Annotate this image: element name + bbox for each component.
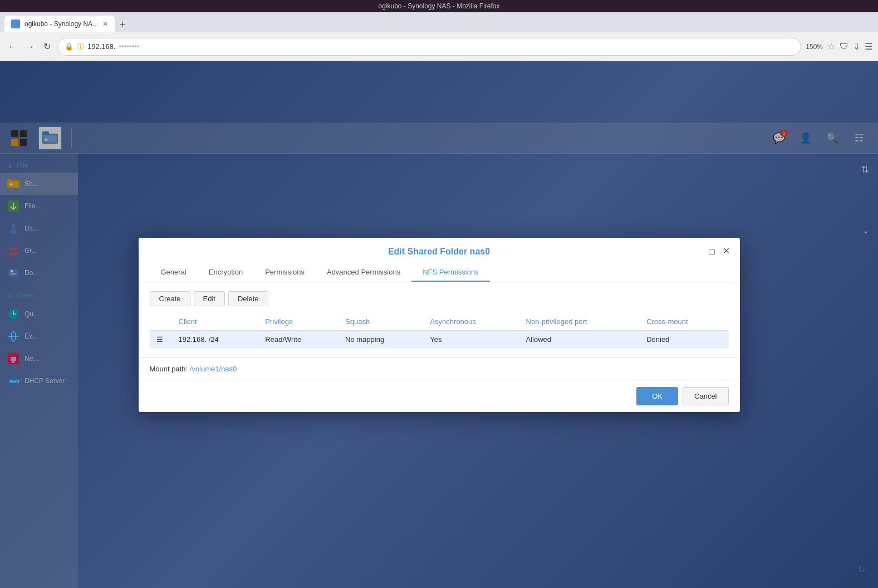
edit-shared-folder-dialog: Edit Shared Folder nas0 ▢ ✕ General Encr…	[139, 238, 740, 412]
browser-tab[interactable]: ogikubo - Synology NA... ✕	[4, 16, 115, 32]
modal-footer: OK Cancel	[139, 380, 740, 412]
maximize-button[interactable]: ▢	[705, 244, 719, 258]
new-tab-button[interactable]: +	[115, 17, 130, 32]
tab-general[interactable]: General	[150, 263, 198, 282]
mount-path-label: Mount path:	[150, 365, 188, 373]
cell-asynchronous: Yes	[423, 330, 519, 348]
zoom-level: 150%	[806, 43, 823, 51]
cell-privilege: Read/Write	[258, 330, 339, 348]
dialog-tabs: General Encryption Permissions Advanced …	[150, 263, 729, 282]
address-lock-icon: ⓘ	[77, 42, 84, 52]
security-icon: 🔒	[65, 42, 73, 51]
mount-path-row: Mount path: /volume1/nas0	[139, 357, 740, 380]
browser-tab-bar: ogikubo - Synology NA... ✕ +	[0, 12, 878, 32]
col-header-client	[150, 313, 172, 331]
modal-overlay: Edit Shared Folder nas0 ▢ ✕ General Encr…	[0, 61, 878, 588]
close-dialog-button[interactable]: ✕	[720, 244, 733, 258]
drag-handle[interactable]: ☰	[150, 330, 172, 348]
download-icon[interactable]: ⇓	[853, 41, 860, 52]
cell-non-privileged-port: Allowed	[519, 330, 640, 348]
table-row[interactable]: ☰ 192.168. /24 Read/Write No mapping Yes…	[150, 330, 729, 348]
cell-client: 192.168. /24	[172, 330, 259, 348]
ok-button[interactable]: OK	[636, 387, 678, 405]
col-header-asynchronous[interactable]: Asynchronous	[423, 313, 519, 331]
address-bar[interactable]: 🔒 ⓘ 192.168. ••••••••	[57, 38, 801, 56]
modal-title: Edit Shared Folder nas0	[150, 247, 729, 257]
close-icon: ✕	[723, 246, 730, 256]
tab-advanced-permissions[interactable]: Advanced Permissions	[316, 263, 411, 282]
col-header-client-name[interactable]: Client	[172, 313, 259, 331]
cell-cross-mount: Denied	[640, 330, 728, 348]
address-hidden: ••••••••	[119, 42, 139, 51]
browser-title: ogikubo - Synology NAS - Mozilla Firefox	[378, 2, 499, 10]
browser-toolbar: ← → ↻ 🔒 ⓘ 192.168. •••••••• 150% ☆ 🛡 ⇓ ☰	[0, 32, 878, 61]
menu-icon[interactable]: ☰	[865, 41, 872, 52]
tab-label: ogikubo - Synology NA...	[24, 20, 98, 28]
tab-permissions[interactable]: Permissions	[254, 263, 316, 282]
create-button[interactable]: Create	[150, 291, 190, 306]
maximize-icon: ▢	[708, 247, 715, 256]
cancel-button[interactable]: Cancel	[683, 387, 728, 405]
action-toolbar: Create Edit Delete	[150, 291, 729, 306]
tab-favicon	[11, 19, 20, 28]
browser-titlebar: ogikubo - Synology NAS - Mozilla Firefox	[0, 0, 878, 12]
shield-icon: 🛡	[840, 42, 848, 52]
col-header-cross-mount[interactable]: Cross-mount	[640, 313, 728, 331]
nfs-permissions-table: Client Privilege Squash Asynchronous Non…	[150, 313, 729, 349]
bookmark-icon[interactable]: ☆	[827, 41, 835, 52]
back-button[interactable]: ←	[6, 40, 19, 54]
forward-button[interactable]: →	[23, 40, 37, 54]
col-header-non-privileged-port[interactable]: Non-privileged port	[519, 313, 640, 331]
mount-path-link[interactable]: /volume1/nas0	[190, 365, 237, 373]
tab-nfs-permissions[interactable]: NFS Permissions	[411, 263, 489, 282]
edit-button[interactable]: Edit	[194, 291, 225, 306]
modal-header: Edit Shared Folder nas0 ▢ ✕ General Encr…	[139, 238, 740, 282]
close-icon[interactable]: ✕	[102, 20, 108, 28]
reload-button[interactable]: ↻	[41, 39, 53, 54]
delete-button[interactable]: Delete	[228, 291, 268, 306]
modal-body: Create Edit Delete Client Privilege Squa…	[139, 282, 740, 357]
cell-squash: No mapping	[339, 330, 423, 348]
tab-encryption[interactable]: Encryption	[198, 263, 254, 282]
col-header-privilege[interactable]: Privilege	[258, 313, 339, 331]
address-text: 192.168.	[87, 42, 116, 51]
col-header-squash[interactable]: Squash	[339, 313, 423, 331]
